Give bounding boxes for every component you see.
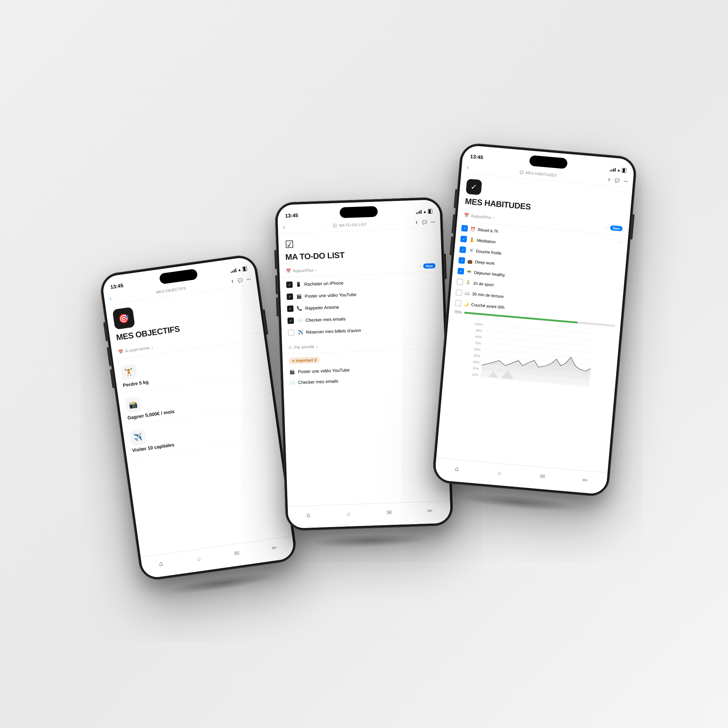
habit-cb-7[interactable] [456, 289, 463, 296]
new-badge-center: New [423, 263, 436, 269]
checklist-icon-right: ☑ [520, 170, 524, 175]
dots-center[interactable]: ··· [418, 264, 422, 269]
habit-cb-8[interactable] [455, 300, 462, 307]
obj-title-3: Visiter 10 capitales [132, 428, 271, 453]
habit-cb-6[interactable] [457, 278, 463, 285]
habit-cb-1[interactable]: ✓ [461, 225, 468, 232]
habit-text-3: Douche froide [476, 249, 502, 255]
today-label-center: Aujourd'hui [292, 268, 313, 273]
chart-y-30: 30% [473, 367, 479, 371]
habit-dots-1[interactable]: ··· [618, 239, 623, 245]
chart-fill [480, 349, 592, 387]
share-icon-center[interactable]: ⬆ [415, 220, 419, 225]
back-button-center[interactable]: ‹ [283, 224, 285, 230]
svg-line-0 [485, 324, 594, 334]
dots-right[interactable]: ··· [605, 225, 609, 230]
nav-edit-right[interactable]: ✏ [580, 475, 590, 485]
signal-icon-center [416, 210, 422, 214]
new-badge-right: New [610, 225, 623, 231]
chart-y-70: 70% [474, 341, 481, 346]
signal-icon-left [230, 268, 236, 273]
more-icon-center[interactable]: ••• [431, 220, 436, 224]
habit-cb-5[interactable]: ✓ [457, 268, 465, 275]
app-icon-objectives: 🎯 [112, 307, 135, 330]
time-left: 13:45 [110, 283, 124, 291]
more-icon-left[interactable]: ••• [246, 277, 251, 282]
phone-right-screen: 13:45 ▲ ▊ ‹ ☑ MES HABITUDES [434, 145, 635, 494]
nav-home-center[interactable]: ⌂ [303, 510, 313, 520]
nav-search-left[interactable]: ⌕ [193, 553, 204, 564]
habit-cb-4[interactable]: ✓ [459, 257, 465, 264]
nav-edit-center[interactable]: ✏ [425, 506, 435, 515]
todo-emoji-3: 📞 [297, 306, 302, 311]
habit-text-8: Couché avant 00h [471, 302, 505, 310]
more-icon-right[interactable]: ••• [623, 179, 628, 184]
habit-emoji-2: 🧘 [469, 237, 474, 242]
chevron-priority: › [316, 344, 318, 349]
checkbox-2[interactable]: ✓ [287, 294, 293, 300]
todo-text-2: Poster une vidéo YouTube [304, 292, 356, 299]
nav-home-right[interactable]: ⌂ [452, 464, 462, 474]
checklist-icon-center: ☑ [333, 223, 338, 228]
nav-search-center[interactable]: ⌕ [344, 509, 354, 518]
nav-mail-center[interactable]: ✉ [385, 507, 394, 517]
checkbox-3[interactable]: ✓ [287, 306, 294, 312]
share-icon-right[interactable]: ⬆ [607, 177, 611, 182]
chevron-icon-left: › [151, 345, 153, 350]
comment-icon-center[interactable]: 💬 [422, 220, 428, 225]
obj-icon-3: ✈️ [129, 429, 146, 446]
checkbox-5[interactable] [288, 330, 295, 336]
battery-icon-center: ▊ [428, 209, 433, 214]
nav-icons-right: ⬆ 💬 ••• [607, 177, 628, 184]
nav-mail-left[interactable]: ✉ [231, 548, 242, 558]
habit-text-6: 1h de sport [473, 281, 494, 287]
checkbox-4[interactable]: ✓ [288, 318, 294, 324]
time-center: 13:45 [285, 213, 298, 219]
bottom-nav-center: ⌂ ⌕ ✉ ✏ [288, 501, 451, 529]
more-dots-left[interactable]: ··· [252, 329, 258, 336]
habit-emoji-8: 🌙 [463, 301, 469, 306]
today-label-right: Aujourd'hui [471, 213, 491, 220]
svg-line-4 [483, 349, 592, 359]
signal-icon-right [610, 167, 616, 172]
obj-icon-1: 🏋️ [120, 364, 137, 381]
dynamic-island-center [340, 206, 378, 218]
shadow-center [311, 532, 429, 549]
todo-text-3: Rappeler Antoine [305, 304, 339, 311]
shadow-right [456, 491, 581, 514]
warning-icon-center: ⚠ [289, 345, 292, 350]
habit-cb-2[interactable]: ✓ [460, 236, 467, 243]
priority-emoji-1: 🎬 [289, 369, 295, 375]
chart-y-60: 60% [474, 347, 481, 352]
nav-title-right: MES HABITUDES [525, 170, 557, 177]
comment-icon-left[interactable]: 💬 [238, 278, 243, 283]
todo-text-1: Racheter un iPhone [304, 280, 343, 287]
chart-y-40: 40% [473, 360, 480, 364]
dot-icon: ● [292, 359, 295, 363]
important-badge[interactable]: ● Important 2 [289, 357, 320, 364]
priority-text-2: Checker mes emails [298, 379, 338, 385]
share-icon-left[interactable]: ⬆ [230, 279, 234, 284]
chart-y-100: 100% [474, 322, 483, 326]
nav-search-right[interactable]: ⌕ [494, 467, 505, 478]
habit-emoji-7: 📖 [465, 291, 470, 296]
back-button-left[interactable]: ‹ [109, 295, 112, 302]
priority-text-1: Poster une vidéo YouTube [298, 367, 349, 375]
priority-label-center: Par priorité [294, 344, 314, 349]
nav-home-left[interactable]: ⌂ [156, 558, 166, 569]
svg-line-3 [483, 343, 592, 353]
comment-icon-right[interactable]: 💬 [615, 178, 620, 183]
battery-icon-left: ▊ [242, 266, 248, 272]
checkbox-1[interactable]: ✓ [286, 281, 293, 288]
todo-text-4: Checker mes emails [306, 316, 346, 323]
nav-icons-left: ⬆ 💬 ••• [230, 277, 251, 284]
nav-mail-right[interactable]: ✉ [537, 471, 548, 482]
habit-cb-3[interactable]: ✓ [459, 246, 466, 253]
phone-left: 13:45 ▲ ▊ ‹ MES OBJECTIFS ⬆ 💬 [99, 254, 298, 582]
habit-text-4: Deep work [475, 259, 495, 265]
todo-text-5: Réserver mes billets d'avion [306, 328, 361, 335]
back-button-right[interactable]: ‹ [466, 164, 469, 171]
nav-edit-left[interactable]: ✏ [269, 543, 280, 553]
todo-emoji-2: 🎬 [296, 294, 302, 299]
bottom-nav-left: ⌂ ⌕ ✉ ✏ [141, 536, 295, 579]
